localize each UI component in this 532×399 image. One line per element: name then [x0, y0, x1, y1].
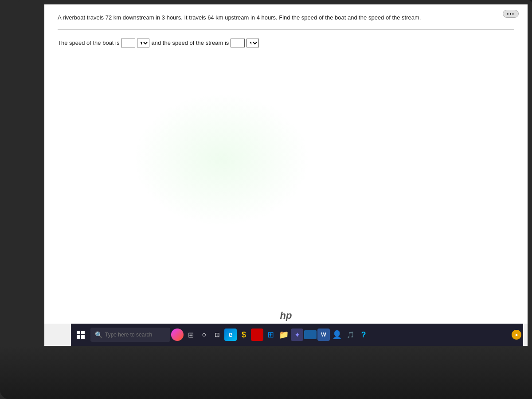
svg-rect-1: [81, 331, 85, 334]
folder-icon[interactable]: 📁: [278, 329, 290, 341]
window-app-icon[interactable]: [304, 330, 317, 339]
grid-app-icon[interactable]: ⊞: [264, 329, 277, 341]
content-area: ••• A riverboat travels 72 km downstream…: [44, 4, 528, 324]
word-icon[interactable]: W: [317, 329, 330, 341]
edge-browser-icon[interactable]: e: [224, 329, 237, 341]
ellipsis-button[interactable]: •••: [503, 10, 519, 18]
windows-start-button[interactable]: [73, 327, 89, 343]
answer-prefix-label: The speed of the boat is: [58, 39, 119, 46]
taskview-icon[interactable]: ⊞: [184, 329, 197, 341]
stream-speed-input[interactable]: [231, 39, 245, 47]
cortana-icon[interactable]: ○: [198, 329, 210, 341]
stream-speed-unit-select[interactable]: ▼ km/h mph m/s: [246, 39, 259, 47]
svg-rect-3: [81, 335, 85, 339]
svg-rect-0: [77, 331, 80, 334]
dollar-app-icon[interactable]: $: [238, 329, 250, 341]
problem-text: A riverboat travels 72 km downstream in …: [58, 13, 514, 22]
screen: ••• A riverboat travels 72 km downstream…: [44, 4, 528, 346]
notification-badge[interactable]: ●: [512, 330, 521, 340]
bottom-bezel: [0, 346, 532, 399]
user-icon[interactable]: 👤: [331, 329, 343, 341]
app-icon-2[interactable]: ✦: [291, 329, 303, 341]
taskbar-search-box[interactable]: 🔍: [90, 328, 170, 342]
green-glow-decoration: [133, 93, 310, 226]
divider: [58, 29, 514, 30]
search-input[interactable]: [105, 332, 163, 338]
app-icon-1[interactable]: [251, 329, 263, 341]
hp-logo: hp: [280, 310, 292, 321]
answer-row: The speed of the boat is ▼ km/h mph m/s …: [58, 39, 514, 47]
search-icon: 🔍: [95, 331, 102, 338]
svg-rect-2: [77, 335, 80, 339]
laptop-frame: ••• A riverboat travels 72 km downstream…: [18, 0, 532, 346]
question-icon[interactable]: ?: [357, 329, 370, 341]
answer-middle-label: and the speed of the stream is: [151, 39, 229, 46]
snip-icon[interactable]: ⊡: [211, 329, 223, 341]
system-tray: ●: [512, 330, 521, 340]
boat-speed-input[interactable]: [121, 39, 135, 47]
music-app-icon[interactable]: [171, 329, 184, 341]
taskbar: 🔍 ⊞ ○ ⊡ e $ ⊞ 📁 ✦ W 👤 🎵 ?: [71, 324, 523, 346]
music-icon[interactable]: 🎵: [344, 329, 356, 341]
boat-speed-unit-select[interactable]: ▼ km/h mph m/s: [137, 39, 149, 47]
